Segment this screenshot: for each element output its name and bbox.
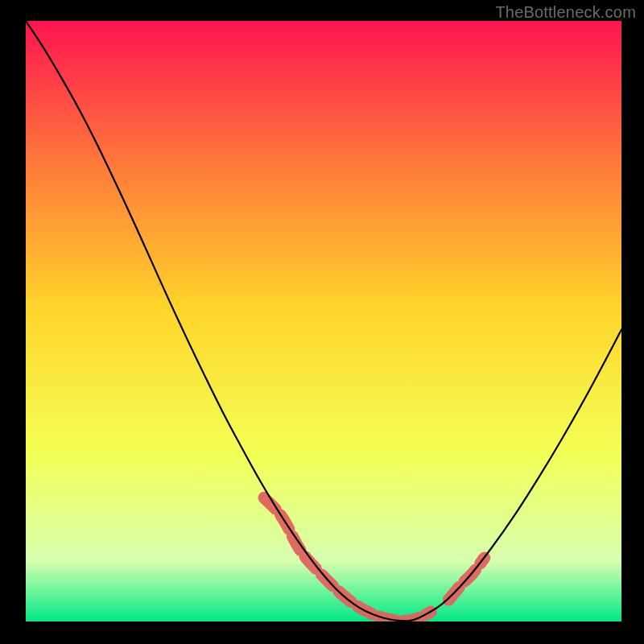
plot-area xyxy=(26,21,621,621)
gradient-background xyxy=(26,21,621,621)
chart-frame: TheBottleneck.com xyxy=(0,0,644,644)
attribution-text: TheBottleneck.com xyxy=(495,3,636,22)
bottleneck-chart xyxy=(26,21,621,621)
